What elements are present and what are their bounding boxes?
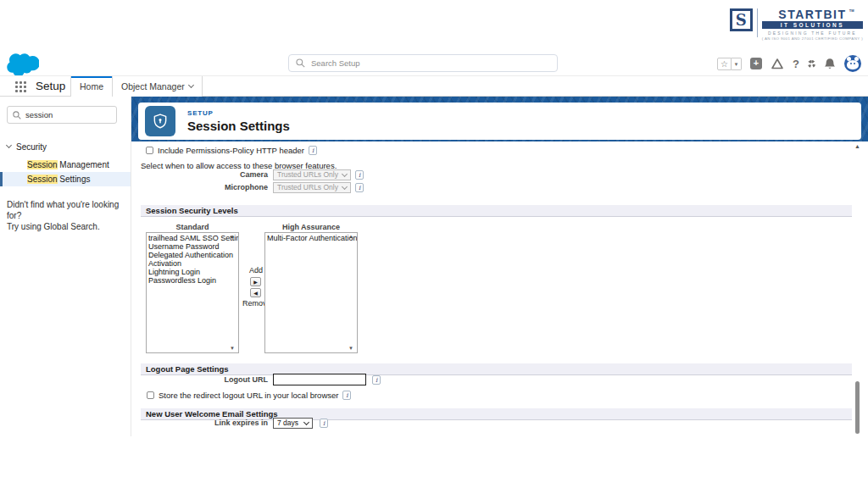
chevron-down-icon bbox=[342, 183, 348, 189]
page-eyebrow: SETUP bbox=[187, 109, 290, 117]
info-icon[interactable]: i bbox=[355, 170, 364, 180]
camera-select-value: Trusted URLs Only bbox=[277, 170, 338, 179]
guidance-center-icon[interactable] bbox=[771, 58, 784, 70]
avatar-eye bbox=[854, 63, 855, 64]
tab-home[interactable]: Home bbox=[70, 76, 113, 97]
company-name: STARTBITTM bbox=[778, 8, 846, 20]
remove-button[interactable]: ◀ bbox=[250, 288, 261, 297]
chevron-down-icon bbox=[342, 170, 348, 176]
app-launcher-icon[interactable] bbox=[15, 81, 26, 92]
global-search[interactable] bbox=[288, 54, 558, 72]
tab-object-manager[interactable]: Object Manager bbox=[113, 76, 203, 97]
avatar-face bbox=[847, 60, 859, 69]
company-name-text: STARTBIT bbox=[778, 8, 846, 21]
list-item[interactable]: Username Password bbox=[147, 242, 238, 251]
trademark-symbol: TM bbox=[849, 5, 854, 17]
not-found-line2: Try using Global Search. bbox=[7, 221, 131, 232]
list-item[interactable]: trailhead SAML SSO Setting bbox=[147, 234, 238, 242]
not-found-line1: Didn't find what you're looking for? bbox=[7, 199, 131, 221]
setup-gear-icon[interactable] bbox=[808, 60, 815, 68]
startbit-logo: S STARTBITTM IT SOLUTIONS DESIGNING THE … bbox=[730, 8, 863, 41]
favorites-control[interactable]: ☆ ▾ bbox=[717, 58, 742, 70]
link-expires-value: 7 days bbox=[277, 419, 298, 427]
logout-url-label: Logout URL bbox=[141, 375, 268, 384]
scroll-up-icon[interactable]: ▲ bbox=[348, 234, 866, 239]
logout-url-input[interactable] bbox=[273, 374, 366, 385]
permissions-policy-checkbox[interactable] bbox=[146, 147, 153, 154]
chevron-down-icon bbox=[303, 419, 309, 424]
microphone-label: Microphone bbox=[141, 183, 268, 191]
list-item[interactable]: Multi-Factor Authentication bbox=[265, 234, 357, 242]
sidebar-not-found-hint: Didn't find what you're looking for? Try… bbox=[7, 199, 131, 232]
session-settings-content: Include Permissions-Policy HTTP header i… bbox=[131, 141, 868, 436]
favorites-dropdown-icon[interactable]: ▾ bbox=[732, 58, 742, 70]
link-expires-select[interactable]: 7 days bbox=[273, 418, 313, 429]
section-header-session-security-levels: Session Security Levels bbox=[141, 205, 852, 217]
chevron-down-icon bbox=[6, 142, 12, 148]
tab-home-label: Home bbox=[80, 81, 103, 92]
content-scroll-up-icon[interactable]: ▲ bbox=[854, 143, 860, 149]
store-redirect-label: Store the redirect logout URL in your lo… bbox=[159, 391, 338, 400]
info-icon[interactable]: i bbox=[372, 375, 381, 385]
company-tagline: DESIGNING THE FUTURE bbox=[768, 30, 857, 36]
global-header: ☆ ▾ + ? bbox=[0, 51, 868, 76]
global-actions-icon[interactable]: + bbox=[750, 58, 762, 69]
company-subtitle: IT SOLUTIONS bbox=[762, 21, 863, 29]
high-assurance-column-label: High Assurance bbox=[264, 223, 358, 231]
sidebar-search-input[interactable] bbox=[25, 110, 106, 119]
search-highlight: Session bbox=[27, 160, 58, 169]
setup-sidebar: Security Session Management Session Sett… bbox=[0, 97, 131, 436]
global-search-input[interactable] bbox=[311, 58, 515, 68]
app-name: Setup bbox=[36, 80, 65, 92]
store-redirect-checkbox[interactable] bbox=[147, 391, 154, 399]
page-header-card: SETUP Session Settings bbox=[138, 103, 861, 140]
scroll-down-icon[interactable]: ▼ bbox=[348, 346, 866, 351]
logo-divider bbox=[757, 8, 758, 37]
search-icon bbox=[13, 111, 21, 119]
standard-listbox[interactable]: trailhead SAML SSO SettingUsername Passw… bbox=[146, 232, 239, 353]
camera-select[interactable]: Trusted URLs Only bbox=[273, 169, 351, 180]
notifications-bell-icon[interactable] bbox=[824, 58, 836, 70]
content-scrollbar-thumb[interactable] bbox=[855, 381, 860, 434]
session-settings-tile bbox=[145, 106, 175, 136]
salesforce-logo-icon[interactable] bbox=[7, 53, 39, 79]
sidebar-item-session-management[interactable]: Session Management bbox=[0, 158, 131, 172]
chevron-down-icon bbox=[188, 82, 194, 88]
permissions-policy-label: Include Permissions-Policy HTTP header bbox=[158, 146, 304, 155]
list-item[interactable]: Activation bbox=[147, 259, 238, 268]
user-avatar[interactable] bbox=[844, 55, 861, 72]
sidebar-item-session-settings-label: Settings bbox=[58, 175, 91, 184]
search-icon bbox=[296, 58, 305, 68]
sidebar-item-security[interactable]: Security bbox=[0, 141, 131, 154]
sidebar-search[interactable] bbox=[7, 106, 117, 124]
info-icon[interactable]: i bbox=[355, 183, 364, 192]
list-item[interactable]: Delegated Authentication bbox=[147, 251, 238, 259]
startbit-logo-mark: S bbox=[730, 8, 753, 31]
info-icon[interactable]: i bbox=[320, 419, 328, 428]
sidebar-item-security-label: Security bbox=[16, 142, 47, 152]
search-highlight: Session bbox=[27, 175, 58, 184]
setup-nav-bar: Setup Home Object Manager bbox=[0, 76, 868, 97]
standard-column-label: Standard bbox=[146, 223, 239, 231]
shield-icon bbox=[152, 113, 169, 130]
microphone-select[interactable]: Trusted URLs Only bbox=[273, 182, 351, 193]
list-item[interactable]: Passwordless Login bbox=[147, 276, 238, 285]
microphone-select-value: Trusted URLs Only bbox=[277, 183, 338, 191]
avatar-eye bbox=[850, 63, 852, 64]
high-assurance-listbox[interactable]: Multi-Factor Authentication bbox=[264, 232, 358, 353]
page-title: Session Settings bbox=[187, 119, 290, 133]
section-header-logout-page-settings: Logout Page Settings bbox=[141, 363, 852, 375]
info-icon[interactable]: i bbox=[309, 146, 317, 155]
camera-label: Camera bbox=[141, 170, 268, 179]
add-label: Add bbox=[249, 266, 263, 274]
sidebar-item-session-settings[interactable]: Session Settings bbox=[0, 172, 131, 186]
company-certification: ( AN ISO 9001 AND 27001 CERTIFIED COMPAN… bbox=[762, 36, 863, 41]
help-icon[interactable]: ? bbox=[793, 58, 799, 70]
link-expires-label: Link expires in bbox=[141, 419, 268, 427]
sidebar-item-session-management-label: Management bbox=[58, 160, 109, 169]
add-button[interactable]: ▶ bbox=[250, 277, 261, 286]
favorite-star-icon[interactable]: ☆ bbox=[717, 58, 732, 70]
tab-object-manager-label: Object Manager bbox=[121, 81, 185, 92]
info-icon[interactable]: i bbox=[342, 391, 351, 400]
list-item[interactable]: Lightning Login bbox=[147, 268, 238, 276]
